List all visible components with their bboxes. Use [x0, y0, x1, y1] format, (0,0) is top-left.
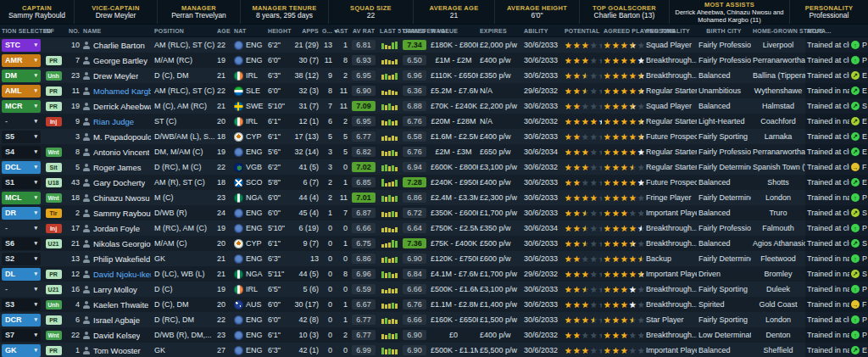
info-badge-wnt[interactable]: Wnt — [46, 148, 62, 157]
table-row[interactable]: GK▾ PR 1 Tom Wooster GK 27 ENG 6'3" 42 (… — [0, 343, 868, 357]
position-selected-badge[interactable]: S6▾ — [2, 237, 41, 250]
player-name[interactable]: Mohamed Kargbo — [93, 86, 151, 96]
column-header-AV RAT[interactable]: AV RAT — [349, 28, 378, 34]
column-header-HOME-GROWN STATUS[interactable]: HOME-GROWN STATUS — [751, 28, 805, 34]
position-selected-badge[interactable]: S7▾ — [2, 329, 41, 342]
column-header-EXPIRES[interactable]: EXPIRES — [478, 28, 522, 34]
player-name-cell[interactable]: Derrick Aheebwa — [81, 102, 153, 111]
position-selected-badge[interactable]: DM▾ — [2, 70, 41, 82]
info-badge-sit[interactable]: Sit — [46, 163, 62, 172]
column-header-AST[interactable]: AST — [334, 28, 349, 34]
table-row[interactable]: -▾ U21 16 Larry Molloy D (C) 19 IRL 6'5"… — [0, 282, 868, 297]
info-badge-unh[interactable]: Unh — [46, 300, 62, 310]
table-row[interactable]: DL▾ PR 12 David Njoku-Ikenna D (LC), WB … — [0, 266, 868, 282]
info-badge-inj[interactable]: Inj — [46, 224, 62, 233]
info-badge-inj[interactable]: Inj — [46, 117, 62, 126]
info-badge-u18[interactable]: U18 — [46, 178, 62, 187]
player-name-cell[interactable]: Drew Meyler — [81, 71, 153, 81]
summary-value[interactable]: Drew Meyler — [96, 12, 136, 20]
position-selected-badge[interactable]: S1▾ — [2, 176, 41, 189]
column-header-WAGE[interactable]: WAGE — [429, 28, 478, 34]
column-header-NAME[interactable]: NAME — [81, 28, 153, 34]
player-name-cell[interactable]: Chinazu Nwosu — [81, 193, 153, 203]
position-selected-badge[interactable]: S5▾ — [2, 131, 41, 143]
column-header-G...[interactable]: G...▼ — [320, 28, 334, 34]
position-selected-badge[interactable]: DCL▾ — [2, 161, 41, 174]
player-name-cell[interactable]: Larry Molloy — [81, 285, 153, 294]
table-row[interactable]: MCR▾ PR 19 Derrick Aheebwa M (C), AM (RC… — [0, 98, 868, 114]
player-name-cell[interactable]: Philip Wakefield — [81, 254, 153, 264]
player-name[interactable]: Derrick Aheebwa — [93, 102, 151, 111]
column-header-BIRTH CITY[interactable]: BIRTH CITY — [697, 28, 751, 34]
player-name-cell[interactable]: Nikolas Georgiou — [81, 239, 153, 248]
player-name[interactable]: Philip Wakefield — [93, 254, 150, 264]
position-selected-badge[interactable]: -▾ — [2, 222, 41, 235]
table-row[interactable]: S5▾ 3 M. Papadopoulos D/WB/AM (L), S... … — [0, 129, 868, 144]
summary-value[interactable]: Charlie Barton (13) — [594, 12, 655, 20]
column-header-INF[interactable]: INF — [42, 28, 64, 34]
player-name-cell[interactable]: David Kelsey — [81, 331, 153, 340]
info-badge-pr[interactable]: PR — [46, 315, 62, 325]
player-name[interactable]: Nikolas Georgiou — [93, 239, 151, 248]
player-name-cell[interactable]: Mohamed Kargbo — [81, 86, 153, 96]
table-row[interactable]: -▾ Inj 17 Jordan Foyle M (RC), AM (C) 19… — [0, 220, 868, 236]
summary-value[interactable]: Perran Trevelyan — [171, 12, 226, 20]
column-header-NAT[interactable]: NAT — [232, 28, 266, 34]
position-selected-badge[interactable]: MCR▾ — [2, 100, 41, 113]
player-name[interactable]: David Njoku-Ikenna — [93, 270, 151, 279]
column-header-POTENTIAL[interactable]: POTENTIAL — [563, 28, 602, 34]
position-selected-badge[interactable]: -▾ — [2, 283, 41, 296]
player-name[interactable]: Jordan Foyle — [93, 224, 140, 233]
player-name[interactable]: Kaelen Thwaite — [93, 300, 148, 310]
column-header-POSITION[interactable]: POSITION — [153, 28, 215, 34]
column-header-APPS[interactable]: APPS — [290, 28, 320, 34]
column-header-HEIGHT[interactable]: HEIGHT — [266, 28, 290, 34]
player-name-cell[interactable]: Antonio Vincent — [81, 148, 153, 157]
summary-value[interactable]: Sammy Raybould — [8, 12, 65, 20]
table-row[interactable]: DCL▾ Sit 5 Roger James D (RC), M (C) 22 … — [0, 159, 868, 175]
player-name-cell[interactable]: George Bartley — [81, 56, 153, 65]
position-selected-badge[interactable]: DCR▾ — [2, 314, 41, 326]
info-badge-tir[interactable]: Tir — [46, 209, 62, 218]
player-name-cell[interactable]: Tom Wooster — [81, 346, 153, 355]
player-name[interactable]: Chinazu Nwosu — [93, 193, 150, 203]
position-selected-badge[interactable]: S4▾ — [2, 146, 41, 159]
column-header-AGREED PLAYING TIME[interactable]: AGREED PLAYING TIME — [602, 28, 644, 34]
player-name[interactable]: Sammy Raybould — [93, 209, 151, 218]
column-header-TRANSFER VALUE[interactable]: TRANSFER VALUE — [400, 28, 429, 34]
table-row[interactable]: S4▾ Wnt 8 Antonio Vincent DM, M/AM (C) 1… — [0, 144, 868, 159]
player-name-cell[interactable]: Sammy Raybould — [81, 209, 153, 218]
info-badge-pr[interactable]: PR — [46, 102, 62, 111]
info-badge-pr[interactable]: PR — [46, 270, 62, 279]
player-name-cell[interactable]: Gary Docherty — [81, 178, 153, 187]
player-name[interactable]: David Kelsey — [93, 331, 140, 340]
position-selected-badge[interactable]: AMR▾ — [2, 54, 41, 67]
info-badge-wnt[interactable]: Wnt — [46, 331, 62, 340]
table-row[interactable]: S7▾ Wnt 22 David Kelsey D/WB (R), DM,...… — [0, 327, 868, 343]
player-name-cell[interactable]: M. Papadopoulos — [81, 132, 153, 142]
player-name-cell[interactable]: Charlie Barton — [81, 41, 153, 50]
summary-value[interactable]: Derrick Aheebwa, Chinazu Nwosu and Moham… — [671, 8, 787, 24]
table-row[interactable]: AMR▾ PR 7 George Bartley M/AM (RC) 19 EN… — [0, 53, 868, 68]
player-name[interactable]: Gary Docherty — [93, 178, 145, 187]
player-name[interactable]: George Bartley — [93, 56, 147, 65]
table-row[interactable]: DM▾ Unh 23 Drew Meyler D (C), DM 21 IRL … — [0, 68, 868, 83]
player-name[interactable]: Tom Wooster — [93, 346, 141, 355]
position-selected-badge[interactable]: AML▾ — [2, 85, 41, 98]
column-header-MORA...[interactable]: MORA... — [805, 28, 849, 34]
position-selected-badge[interactable]: -▾ — [2, 115, 41, 128]
player-name-cell[interactable]: Rian Judge — [81, 117, 153, 126]
table-row[interactable]: AML▾ PR 11 Mohamed Kargbo AM (RLC), ST (… — [0, 83, 868, 98]
table-row[interactable]: S2▾ 13 Philip Wakefield GK 21 ENG 6'3" 1… — [0, 251, 868, 266]
player-name[interactable]: Drew Meyler — [93, 71, 138, 81]
player-name-cell[interactable]: David Njoku-Ikenna — [81, 270, 153, 279]
table-row[interactable]: S1▾ U18 43 Gary Docherty AM (R), ST (C) … — [0, 175, 868, 190]
table-row[interactable]: DCR▾ PR 6 Israel Agbaje D (RC), DM 22 EN… — [0, 312, 868, 327]
column-header-NO.[interactable]: NO. — [64, 28, 81, 34]
position-selected-badge[interactable]: DL▾ — [2, 268, 41, 281]
player-name-cell[interactable]: Jordan Foyle — [81, 224, 153, 233]
column-header-TION SELECTED[interactable]: TION SELECTED — [0, 28, 42, 34]
player-name[interactable]: Rian Judge — [93, 117, 134, 126]
position-selected-badge[interactable]: STC▾ — [2, 39, 41, 52]
column-header-AGE[interactable]: AGE — [215, 28, 232, 34]
